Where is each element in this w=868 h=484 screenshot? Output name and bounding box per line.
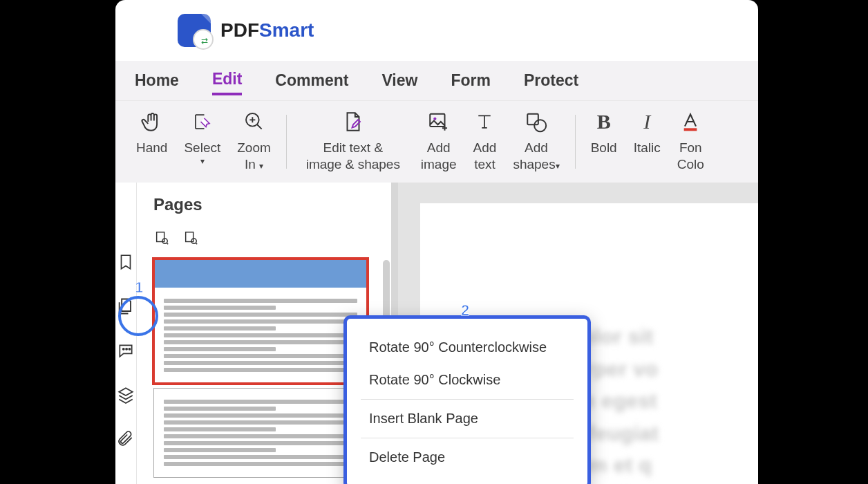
fontcolor-label-2: Colo xyxy=(677,156,704,173)
fit-page-button[interactable] xyxy=(153,230,170,246)
page-thumbnail-1[interactable] xyxy=(153,259,368,384)
comments-button[interactable] xyxy=(115,340,136,361)
tab-form[interactable]: Form xyxy=(451,67,491,94)
chat-icon xyxy=(117,342,135,360)
logo-suffix: Smart xyxy=(259,19,314,41)
zoom-in-tool[interactable]: Zoom In ▾ xyxy=(229,104,279,180)
page-fit-icon xyxy=(154,230,169,245)
hand-tool[interactable]: Hand xyxy=(128,104,176,180)
layers-icon xyxy=(117,386,135,404)
svg-point-4 xyxy=(534,120,546,131)
layers-button[interactable] xyxy=(115,384,136,405)
chevron-down-icon: ▾ xyxy=(556,161,560,171)
italic-label: Italic xyxy=(634,140,661,156)
tab-edit[interactable]: Edit xyxy=(212,66,242,95)
menu-delete-page[interactable]: Delete Page xyxy=(347,441,587,474)
tab-home[interactable]: Home xyxy=(135,67,179,94)
page-edit-icon xyxy=(341,106,365,137)
fit-width-button[interactable] xyxy=(182,230,199,246)
addtext-label-2: text xyxy=(474,156,496,173)
hand-label: Hand xyxy=(136,140,167,156)
menu-insert-blank[interactable]: Insert Blank Page xyxy=(347,402,587,435)
addimage-label-2: image xyxy=(421,156,457,173)
paperclip-icon xyxy=(117,430,135,448)
menu-separator xyxy=(361,438,574,438)
italic-icon: I xyxy=(643,106,650,137)
menu-separator xyxy=(361,399,574,400)
svg-rect-3 xyxy=(527,114,538,125)
attachments-button[interactable] xyxy=(115,429,136,449)
svg-point-12 xyxy=(191,239,196,243)
page-fit-alt-icon xyxy=(183,230,198,245)
edit-content-tool[interactable]: Edit text & image & shapes xyxy=(294,104,413,180)
toolbar-separator xyxy=(286,115,287,169)
edit-label-1: Edit text & xyxy=(323,140,384,156)
chevron-down-icon: ▾ xyxy=(259,161,263,171)
addshapes-label-1: Add xyxy=(525,140,548,156)
svg-point-8 xyxy=(129,348,130,350)
font-color-icon xyxy=(679,106,701,137)
edit-label-2: image & shapes xyxy=(306,156,400,173)
image-add-icon xyxy=(427,106,451,137)
menu-rotate-cw[interactable]: Rotate 90° Clockwise xyxy=(347,364,587,396)
svg-point-7 xyxy=(126,348,127,350)
font-color-tool[interactable]: Fon Colo xyxy=(669,104,713,180)
shapes-icon xyxy=(525,106,548,137)
svg-rect-5 xyxy=(684,128,697,131)
page-thumbnail-2[interactable] xyxy=(153,388,368,478)
svg-rect-9 xyxy=(157,232,164,242)
tab-comment[interactable]: Comment xyxy=(275,67,348,94)
app-logo-text: PDFSmart xyxy=(220,19,314,41)
addimage-label-1: Add xyxy=(427,140,451,156)
add-text-tool[interactable]: Add text xyxy=(465,104,505,180)
italic-tool[interactable]: I Italic xyxy=(625,104,669,180)
text-icon xyxy=(474,106,495,137)
bookmarks-button[interactable] xyxy=(115,252,136,272)
chevron-down-icon: ▾ xyxy=(200,156,205,167)
edit-toolbar: Hand Select ▾ Zoom In ▾ Edit text & imag… xyxy=(115,101,758,183)
bold-icon: B xyxy=(597,106,611,137)
addshapes-label-2: shapes xyxy=(513,157,555,171)
svg-point-6 xyxy=(123,348,124,350)
hint-number-1: 1 xyxy=(135,279,143,297)
pages-panel-title: Pages xyxy=(153,195,375,214)
logo-prefix: PDF xyxy=(220,19,259,41)
hand-icon xyxy=(140,106,164,137)
svg-rect-11 xyxy=(186,232,194,242)
select-label: Select xyxy=(184,140,220,156)
app-window: ⇄ PDFSmart Home Edit Comment View Form P… xyxy=(115,0,758,484)
zoom-label-1: Zoom xyxy=(237,140,271,156)
logo-bar: ⇄ PDFSmart xyxy=(115,0,758,61)
cursor-icon xyxy=(192,106,213,137)
fontcolor-label-1: Fon xyxy=(679,140,702,156)
page-context-menu: Rotate 90° Counterclockwise Rotate 90° C… xyxy=(343,315,591,484)
app-logo-icon: ⇄ xyxy=(178,14,211,47)
svg-point-2 xyxy=(433,118,436,120)
menu-rotate-ccw[interactable]: Rotate 90° Counterclockwise xyxy=(347,331,587,364)
hint-number-2: 2 xyxy=(461,301,469,319)
addtext-label-1: Add xyxy=(473,140,497,156)
toolbar-separator xyxy=(575,115,576,169)
zoom-in-icon xyxy=(243,106,265,137)
zoom-label-2: In xyxy=(245,157,256,171)
main-tabs: Home Edit Comment View Form Protect xyxy=(115,61,758,101)
select-tool[interactable]: Select ▾ xyxy=(176,104,229,180)
add-shapes-tool[interactable]: Add shapes▾ xyxy=(504,104,567,180)
tab-protect[interactable]: Protect xyxy=(524,67,578,94)
hint-circle-1 xyxy=(118,296,158,336)
page-thumbnails xyxy=(153,259,375,478)
svg-point-10 xyxy=(162,239,167,243)
add-image-tool[interactable]: Add image xyxy=(413,104,465,180)
bold-label: Bold xyxy=(591,140,617,156)
bookmark-icon xyxy=(117,253,135,271)
bold-tool[interactable]: B Bold xyxy=(583,104,625,180)
tab-view[interactable]: View xyxy=(381,67,417,94)
